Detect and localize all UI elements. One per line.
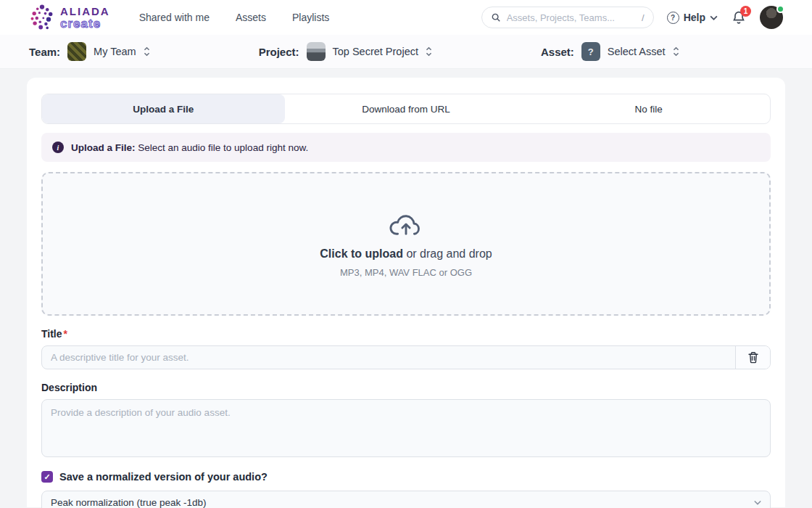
nav-item-assets[interactable]: Assets <box>236 12 266 23</box>
project-sort-chevrons-icon <box>426 46 432 57</box>
chevron-down-icon <box>710 15 718 20</box>
title-field-label: Title* <box>41 328 771 340</box>
brand-name-top: ALIADA <box>60 6 110 17</box>
upload-card: Upload a File Download from URL No file … <box>27 78 785 507</box>
top-bar-actions: / ? Help 1 <box>481 6 783 29</box>
team-thumbnail <box>67 42 86 61</box>
context-bar: Team: My Team Project: Top Secret Projec… <box>0 35 812 69</box>
online-status-dot <box>776 5 784 13</box>
title-input[interactable] <box>42 346 735 369</box>
search-icon <box>491 12 501 22</box>
info-icon: i <box>52 142 64 153</box>
asset-label: Asset: <box>541 46 574 58</box>
cloud-upload-icon <box>388 210 424 237</box>
alert-title: Upload a File: <box>71 142 136 153</box>
notification-badge: 1 <box>740 6 751 17</box>
required-asterisk: * <box>64 328 67 340</box>
title-label-text: Title <box>41 328 62 340</box>
project-thumbnail <box>307 42 326 61</box>
asset-placeholder-icon: ? <box>581 42 600 61</box>
alert-text: Upload a File: Select an audio file to u… <box>71 142 308 153</box>
brand-logo[interactable]: ALIADA create <box>29 3 110 32</box>
dropzone-cta: Click to upload or drag and drop <box>320 247 492 261</box>
file-dropzone[interactable]: Click to upload or drag and drop MP3, MP… <box>41 172 771 316</box>
description-field-label: Description <box>41 382 771 393</box>
search-shortcut-hint: / <box>642 12 645 23</box>
project-value: Top Secret Project <box>333 46 418 57</box>
avatar[interactable] <box>760 6 783 29</box>
nav-item-playlists[interactable]: Playlists <box>292 12 329 23</box>
logo-dots-icon <box>29 3 55 32</box>
normalize-audio-option[interactable]: ✓ Save a normalized version of your audi… <box>41 471 771 483</box>
tab-no-file[interactable]: No file <box>527 94 770 123</box>
project-label: Project: <box>259 46 299 58</box>
trash-icon <box>747 351 759 364</box>
dropzone-formats: MP3, MP4, WAV FLAC or OGG <box>340 267 472 278</box>
notifications-button[interactable]: 1 <box>731 9 747 25</box>
main-nav: Shared with me Assets Playlists <box>139 12 330 23</box>
alert-message: Select an audio file to upload right now… <box>136 142 309 153</box>
team-label: Team: <box>29 46 60 58</box>
select-chevron-down-icon <box>754 500 761 505</box>
global-search[interactable]: / <box>481 7 654 28</box>
team-value: My Team <box>94 46 136 57</box>
source-tabs: Upload a File Download from URL No file <box>41 94 771 124</box>
team-sort-chevrons-icon <box>144 46 150 57</box>
project-selector[interactable]: Project: Top Secret Project <box>259 42 432 61</box>
help-label: Help <box>684 12 705 23</box>
asset-sort-chevrons-icon <box>673 46 679 57</box>
info-alert: i Upload a File: Select an audio file to… <box>41 133 771 162</box>
search-input[interactable] <box>507 12 636 23</box>
brand-wordmark: ALIADA create <box>60 6 110 30</box>
team-selector[interactable]: Team: My Team <box>29 42 150 61</box>
normalization-select[interactable]: Peak normalization (true peak -1db) <box>41 491 771 508</box>
help-menu[interactable]: ? Help <box>667 12 718 24</box>
top-bar: ALIADA create Shared with me Assets Play… <box>0 0 812 35</box>
normalization-select-value: Peak normalization (true peak -1db) <box>51 497 207 508</box>
description-textarea[interactable] <box>41 399 771 457</box>
brand-name-bottom: create <box>60 17 110 30</box>
asset-value: Select Asset <box>608 46 666 57</box>
normalize-checkbox-label: Save a normalized version of your audio? <box>59 471 268 483</box>
dropzone-cta-strong: Click to upload <box>320 247 403 260</box>
asset-selector[interactable]: Asset: ? Select Asset <box>541 42 679 61</box>
dropzone-cta-rest: or drag and drop <box>403 247 492 260</box>
help-icon: ? <box>667 12 679 24</box>
title-input-group <box>41 345 771 369</box>
tab-upload-a-file[interactable]: Upload a File <box>42 94 285 123</box>
nav-item-shared-with-me[interactable]: Shared with me <box>139 12 210 23</box>
normalize-checkbox[interactable]: ✓ <box>41 471 53 483</box>
clear-title-button[interactable] <box>735 346 770 369</box>
tab-download-from-url[interactable]: Download from URL <box>285 94 528 123</box>
